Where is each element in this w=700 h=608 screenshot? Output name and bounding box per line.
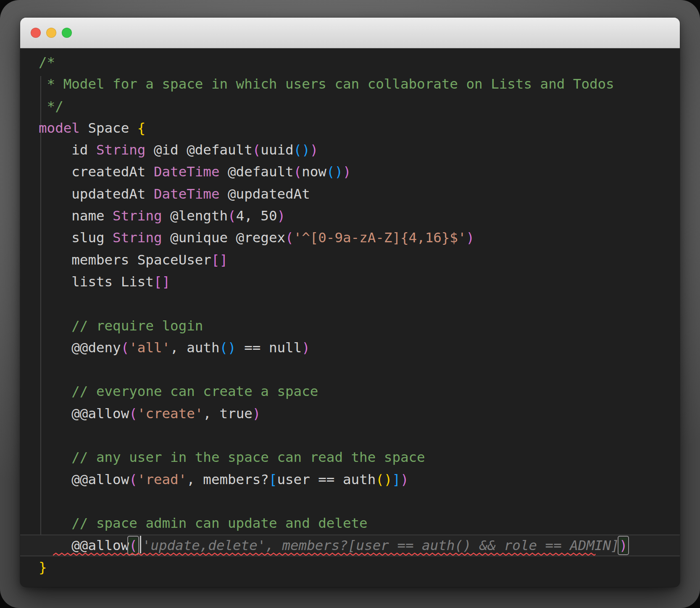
code-line[interactable]: @@deny('all', auth() == null) [39, 337, 671, 359]
code-editor[interactable]: /* * Model for a space in which users ca… [20, 48, 680, 587]
code-line[interactable]: id String @id @default(uuid()) [39, 139, 671, 161]
code-line[interactable]: // require login [39, 315, 671, 337]
code-line[interactable] [39, 293, 671, 314]
zoom-button[interactable] [62, 28, 72, 38]
code-line[interactable]: // any user in the space can read the sp… [39, 446, 671, 468]
code-line[interactable]: @@allow('read', members?[user == auth()]… [39, 469, 671, 490]
code-line[interactable]: name String @length(4, 50) [39, 205, 671, 227]
code-line[interactable]: // space admin can update and delete [39, 512, 671, 534]
code-line[interactable]: slug String @unique @regex('^[0-9a-zA-Z]… [39, 227, 671, 249]
code-line[interactable]: model Space { [39, 117, 671, 139]
code-line[interactable]: */ [39, 95, 671, 117]
code-line[interactable] [39, 425, 671, 446]
code-line[interactable]: lists List[] [39, 271, 671, 293]
code-line[interactable]: members SpaceUser[] [39, 249, 671, 271]
code-line[interactable] [39, 359, 671, 380]
window-titlebar[interactable] [20, 18, 680, 48]
code-line-current[interactable]: @@allow('update,delete', members?[user =… [20, 535, 680, 556]
code-line[interactable]: } [39, 556, 671, 578]
code-editor-window: /* * Model for a space in which users ca… [20, 18, 680, 587]
code-line[interactable]: // everyone can create a space [39, 380, 671, 402]
desktop-backdrop: /* * Model for a space in which users ca… [0, 0, 700, 608]
close-button[interactable] [31, 28, 41, 38]
code-line[interactable]: /* [39, 51, 671, 73]
minimize-button[interactable] [46, 28, 56, 38]
code-line[interactable] [39, 490, 671, 512]
code-line[interactable]: updatedAt DateTime @updatedAt [39, 183, 671, 205]
code-line[interactable]: @@allow('create', true) [39, 403, 671, 425]
text-cursor [140, 536, 141, 553]
error-squiggle [53, 553, 595, 556]
code-area[interactable]: /* * Model for a space in which users ca… [39, 51, 671, 578]
code-line[interactable]: * Model for a space in which users can c… [39, 73, 671, 95]
code-line[interactable]: createdAt DateTime @default(now()) [39, 161, 671, 183]
